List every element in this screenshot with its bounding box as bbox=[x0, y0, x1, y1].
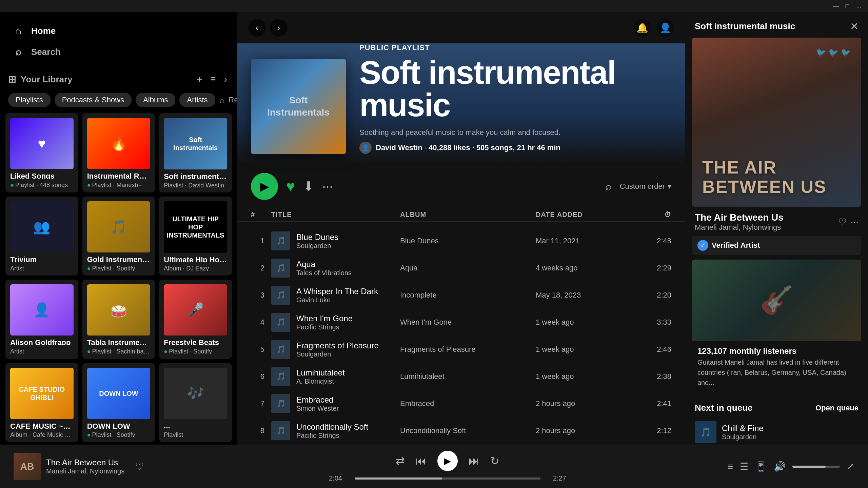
filter-artists[interactable]: Artists bbox=[179, 93, 215, 107]
panel-track-info: The Air Between Us Maneli Jamal, Nylonwi… bbox=[692, 212, 861, 232]
library-card-alison[interactable]: 👤Alison GoldfrappArtist bbox=[5, 280, 78, 359]
track-artist[interactable]: Pacific Strings bbox=[296, 323, 353, 331]
track-num: 6 bbox=[251, 372, 271, 381]
volume-bar[interactable] bbox=[792, 466, 840, 468]
queue-track-item[interactable]: 🎵 Chill & Fine Soulgarden bbox=[692, 417, 861, 445]
more-btn[interactable]: ... bbox=[855, 2, 863, 10]
profile-btn[interactable]: 👤 bbox=[656, 19, 674, 37]
table-row[interactable]: 4 🎵 When I'm Gone Pacific Strings When I… bbox=[237, 309, 685, 336]
notifications-btn[interactable]: 🔔 bbox=[633, 19, 651, 37]
track-album: Fragments of Pleasure bbox=[400, 345, 536, 354]
progress-fill bbox=[355, 477, 442, 480]
content-scroll[interactable]: Soft Instrumentals Public Playlist Soft … bbox=[237, 43, 685, 445]
filter-podcasts[interactable]: Podcasts & Shows bbox=[55, 93, 132, 107]
library-card-rap[interactable]: 🔥Instrumental Rap Son...●Playlist · Mane… bbox=[82, 113, 155, 192]
volume-icon[interactable]: 🔊 bbox=[774, 461, 786, 472]
table-row[interactable]: 1 🎵 Blue Dunes Soulgarden Blue Dunes Mar… bbox=[237, 227, 685, 255]
lyrics-btn[interactable]: ≡ bbox=[728, 461, 733, 472]
artist-description: Guitarist Maneli Jamal has lived in five… bbox=[692, 357, 861, 393]
library-card-tabla[interactable]: 🥁Tabla Instrumentals●Playlist · Sachin b… bbox=[82, 280, 155, 359]
progress-total: 2:27 bbox=[546, 474, 566, 482]
track-duration: 2:46 bbox=[637, 345, 671, 354]
table-row[interactable]: 5 🎵 Fragments of Pleasure Soulgarden Fra… bbox=[237, 336, 685, 363]
progress-bar[interactable] bbox=[355, 477, 540, 480]
sidebar-item-home[interactable]: ⌂ Home bbox=[8, 20, 229, 41]
track-artist[interactable]: Pacific Strings bbox=[296, 432, 368, 440]
more-options-btn[interactable]: ··· bbox=[322, 179, 333, 194]
repeat-btn[interactable]: ↻ bbox=[490, 454, 499, 467]
library-icon: ⊞ bbox=[8, 74, 16, 85]
like-playlist-btn[interactable]: ♥ bbox=[286, 178, 295, 195]
filter-playlists[interactable]: Playlists bbox=[8, 93, 51, 107]
table-row[interactable]: 2 🎵 Aqua Tales of Vibrations Aqua 4 week… bbox=[237, 255, 685, 282]
open-queue-btn[interactable]: Open queue bbox=[815, 404, 859, 412]
library-card-misc[interactable]: 🎶...Playlist bbox=[159, 363, 232, 442]
track-artist[interactable]: Tales of Vibrations bbox=[296, 269, 352, 277]
track-artist[interactable]: Soulgarden bbox=[296, 350, 379, 358]
search-icon: ⌕ bbox=[12, 46, 24, 58]
table-row[interactable]: 8 🎵 Unconditionally Soft Pacific Strings… bbox=[237, 417, 685, 444]
search-tracks-btn[interactable]: ⌕ bbox=[605, 180, 612, 193]
now-playing-like-btn[interactable]: ♡ bbox=[135, 461, 144, 472]
artist-monthly-listeners: 123,107 monthly listeners bbox=[692, 341, 861, 357]
library-card-trivium[interactable]: 👥TriviumArtist bbox=[5, 197, 78, 276]
library-card-subtitle-misc: Playlist bbox=[164, 431, 227, 437]
hero-creator: David Westin · 40,288 likes · 505 songs,… bbox=[376, 143, 560, 152]
recents-btn[interactable]: Recents ▾ bbox=[229, 96, 237, 104]
list-view-btn[interactable]: ≡ bbox=[208, 72, 218, 87]
minimize-btn[interactable]: — bbox=[832, 2, 840, 10]
table-row[interactable]: 3 🎵 A Whisper In The Dark Gavin Luke Inc… bbox=[237, 282, 685, 309]
hero-meta: 👤 David Westin · 40,288 likes · 505 song… bbox=[359, 142, 671, 154]
filter-albums[interactable]: Albums bbox=[136, 93, 175, 107]
library-card-hiphop[interactable]: ULTIMATE HIP HOP INSTRUMENTALSUltimate H… bbox=[159, 197, 232, 276]
track-artist[interactable]: Soulgarden bbox=[296, 242, 338, 250]
library-card-liked[interactable]: ♥Liked Songs●Playlist · 448 songs bbox=[5, 113, 78, 192]
library-card-downlow[interactable]: DOWN LOWDOWN LOW●Playlist · Spotify bbox=[82, 363, 155, 442]
prev-btn[interactable]: ⏮ bbox=[416, 455, 427, 467]
sidebar-item-search[interactable]: ⌕ Search bbox=[8, 41, 229, 62]
artist-image: 🎸 bbox=[692, 260, 861, 341]
download-playlist-btn[interactable]: ⬇ bbox=[303, 179, 314, 194]
custom-order-btn[interactable]: Custom order ▾ bbox=[620, 182, 671, 191]
track-artist[interactable]: Gavin Luke bbox=[296, 296, 378, 304]
table-row[interactable]: 7 🎵 Embraced Simon Wester Embraced 2 hou… bbox=[237, 390, 685, 417]
library-card-soft[interactable]: Soft InstrumentalsSoft instrumental mu..… bbox=[159, 113, 232, 192]
track-details: Embraced Simon Wester bbox=[296, 395, 339, 412]
right-panel-header: Soft instrumental music ✕ bbox=[685, 12, 868, 38]
panel-more-btn[interactable]: ··· bbox=[851, 217, 859, 227]
panel-like-btn[interactable]: ♡ bbox=[838, 217, 847, 228]
table-row[interactable]: 6 🎵 Lumihiutaleet A. Blomqvist Lumihiuta… bbox=[237, 363, 685, 390]
forward-btn[interactable]: › bbox=[270, 19, 288, 37]
library-title[interactable]: ⊞ Your Library bbox=[8, 74, 73, 85]
library-card-ghibli[interactable]: CAFE STUDIO GHIBLICAFE MUSIC ~STUD...Alb… bbox=[5, 363, 78, 442]
add-library-btn[interactable]: + bbox=[195, 72, 204, 87]
hero-art-text: Soft Instrumentals bbox=[251, 87, 346, 126]
track-artist[interactable]: A. Blomqvist bbox=[296, 378, 345, 385]
library-card-freestyle[interactable]: 🎤Freestyle Beats●Playlist · Spotify bbox=[159, 280, 232, 359]
verified-check-icon: ✓ bbox=[697, 240, 708, 251]
panel-track-artists: Maneli Jamal, Nylonwings bbox=[695, 223, 784, 232]
shuffle-btn[interactable]: ⇄ bbox=[396, 454, 405, 467]
panel-content[interactable]: 🐦 🐦 🐦 THE AIR BETWEEN US The Air Between… bbox=[685, 38, 868, 445]
library-card-subtitle-rap: ●Playlist · ManeshF bbox=[87, 182, 151, 187]
library-card-gold[interactable]: 🎵Gold Instrumental Be...●Playlist · Spot… bbox=[82, 197, 155, 276]
track-date: 4 weeks ago bbox=[536, 264, 637, 272]
track-num: 2 bbox=[251, 264, 271, 272]
filter-search-btn[interactable]: ⌕ bbox=[219, 95, 225, 105]
library-card-subtitle-gold: ●Playlist · Spotify bbox=[87, 265, 151, 271]
next-btn[interactable]: ⏭ bbox=[469, 455, 479, 467]
queue-btn[interactable]: ☰ bbox=[740, 461, 748, 472]
panel-close-btn[interactable]: ✕ bbox=[850, 20, 859, 32]
track-album: Aqua bbox=[400, 264, 536, 272]
play-playlist-btn[interactable]: ▶ bbox=[251, 173, 278, 200]
back-btn[interactable]: ‹ bbox=[248, 19, 266, 37]
collapse-library-btn[interactable]: › bbox=[222, 72, 229, 87]
track-artist[interactable]: Simon Wester bbox=[296, 405, 339, 412]
now-playing-title: The Air Between Us bbox=[46, 458, 124, 467]
fullscreen-btn[interactable]: ⤢ bbox=[847, 461, 854, 472]
device-btn[interactable]: 📱 bbox=[755, 461, 767, 472]
maximize-btn[interactable]: □ bbox=[844, 2, 851, 10]
content-header: ‹ › 🔔 👤 bbox=[237, 12, 685, 43]
player-play-btn[interactable]: ▶ bbox=[437, 451, 458, 471]
track-thumb: 🎵 bbox=[271, 231, 290, 250]
